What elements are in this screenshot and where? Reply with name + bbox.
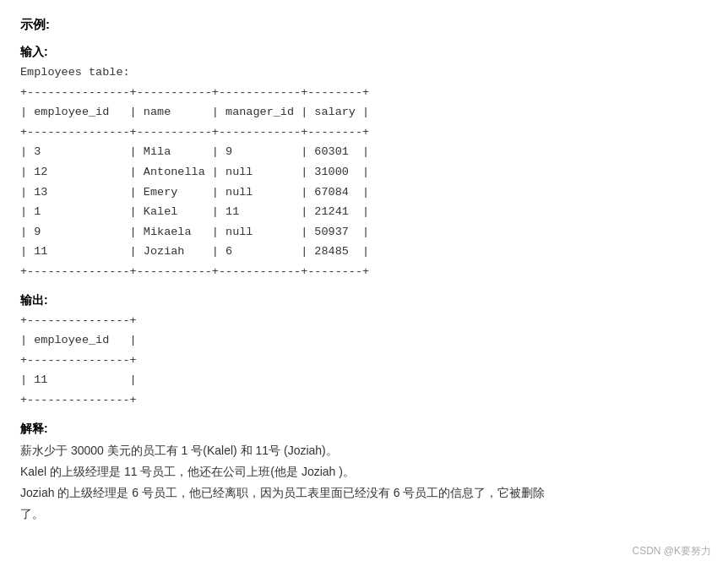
table-header: | employee_id | name | manager_id | sala… — [20, 103, 708, 122]
table-header-border: +---------------+-----------+-----------… — [20, 123, 708, 142]
table-row-1: | 3 | Mila | 9 | 60301 | — [20, 143, 708, 161]
explanation-line-3: Joziah 的上级经理是 6 号员工，他已经离职，因为员工表里面已经没有 6 … — [20, 482, 708, 504]
output-border-bottom: +---------------+ — [20, 391, 708, 410]
output-row-1: | 11 | — [20, 371, 708, 390]
watermark: CSDN @K要努力 — [632, 544, 711, 558]
explanation-line-2: Kalel 的上级经理是 11 号员工，他还在公司上班(他是 Joziah )。 — [20, 461, 708, 482]
input-table: +---------------+-----------+-----------… — [20, 84, 708, 281]
table-label: Employees table: — [20, 63, 708, 82]
output-table: +---------------+ | employee_id | +-----… — [20, 312, 708, 410]
input-label: 输入: — [20, 45, 708, 60]
example-section: 示例: — [20, 17, 708, 33]
explanation-label: 解释: — [20, 422, 708, 437]
explanation-line-4: 了。 — [20, 504, 708, 525]
output-border-top: +---------------+ — [20, 312, 708, 330]
output-header: | employee_id | — [20, 331, 708, 350]
table-row-2: | 12 | Antonella | null | 31000 | — [20, 163, 708, 182]
table-row-5: | 9 | Mikaela | null | 50937 | — [20, 223, 708, 242]
table-row-6: | 11 | Joziah | 6 | 28485 | — [20, 242, 708, 261]
explanation-line-1: 薪水少于 30000 美元的员工有 1 号(Kalel) 和 11号 (Jozi… — [20, 440, 708, 461]
table-border-bottom: +---------------+-----------+-----------… — [20, 263, 708, 281]
table-row-3: | 13 | Emery | null | 67084 | — [20, 183, 708, 202]
output-section: 输出: +---------------+ | employee_id | +-… — [20, 293, 708, 410]
table-row-4: | 1 | Kalel | 11 | 21241 | — [20, 203, 708, 221]
explanation-section: 解释: 薪水少于 30000 美元的员工有 1 号(Kalel) 和 11号 (… — [20, 422, 708, 526]
output-label: 输出: — [20, 293, 708, 308]
example-title: 示例: — [20, 17, 708, 33]
input-section: 输入: Employees table: +---------------+--… — [20, 45, 708, 281]
explanation-content: 薪水少于 30000 美元的员工有 1 号(Kalel) 和 11号 (Jozi… — [20, 440, 708, 526]
output-header-border: +---------------+ — [20, 351, 708, 370]
table-border-top: +---------------+-----------+-----------… — [20, 84, 708, 102]
